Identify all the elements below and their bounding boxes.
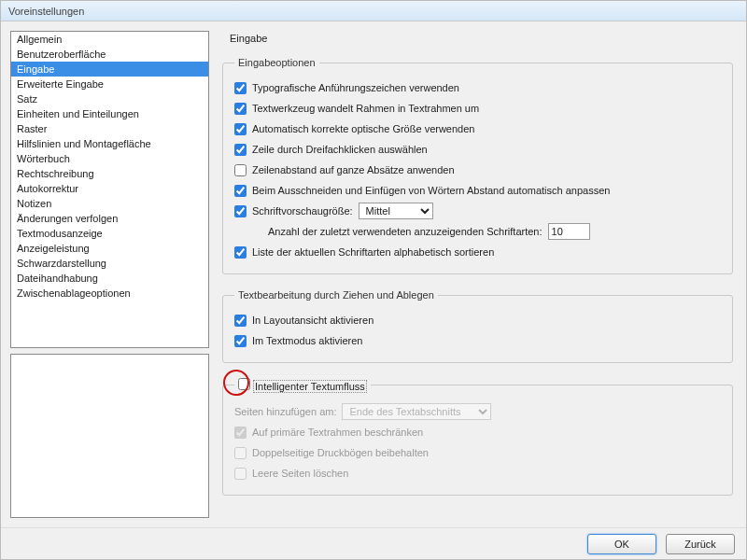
sidebar-item[interactable]: Änderungen verfolgen bbox=[11, 211, 208, 226]
preferences-window: Voreinstellungen AllgemeinBenutzeroberfl… bbox=[0, 0, 747, 560]
group-dragdrop: Textbearbeitung durch Ziehen und Ablegen… bbox=[222, 289, 733, 363]
sidebar-item[interactable]: Anzeigeleistung bbox=[11, 241, 208, 256]
sidebar: AllgemeinBenutzeroberflächeEingabeErweit… bbox=[10, 31, 209, 518]
checkbox-optical[interactable] bbox=[234, 123, 247, 135]
label-addpages: Seiten hinzufügen am: bbox=[234, 406, 336, 417]
checkbox-sortfonts[interactable] bbox=[234, 246, 247, 259]
page-title: Eingabe bbox=[230, 33, 733, 44]
back-button[interactable]: Zurück bbox=[666, 534, 735, 554]
checkbox-deleteempty bbox=[234, 468, 247, 480]
sidebar-item[interactable]: Raster bbox=[11, 121, 208, 136]
label-dd-textmode: Im Textmodus aktivieren bbox=[252, 335, 362, 346]
sidebar-item[interactable]: Wörterbuch bbox=[11, 151, 208, 166]
category-list[interactable]: AllgemeinBenutzeroberflächeEingabeErweit… bbox=[10, 31, 209, 348]
label-dd-layout: In Layoutansicht aktivieren bbox=[252, 315, 374, 326]
sidebar-item[interactable]: Notizen bbox=[11, 196, 208, 211]
window-body: AllgemeinBenutzeroberflächeEingabeErweit… bbox=[1, 21, 746, 527]
group-type-options-legend: Eingabeoptionen bbox=[234, 57, 319, 68]
sidebar-item[interactable]: Satz bbox=[11, 91, 208, 106]
select-addpages: Ende des Textabschnitts bbox=[342, 403, 491, 420]
ok-button[interactable]: OK bbox=[587, 534, 656, 554]
window-title: Voreinstellungen bbox=[8, 6, 84, 17]
label-optical: Automatisch korrekte optische Größe verw… bbox=[252, 123, 474, 134]
label-sortfonts: Liste der aktuellen Schriftarten alphabe… bbox=[252, 246, 494, 258]
input-recentfonts[interactable] bbox=[548, 223, 590, 240]
checkbox-leading[interactable] bbox=[234, 164, 247, 176]
sidebar-item[interactable]: Allgemein bbox=[11, 32, 208, 47]
label-recentfonts: Anzahl der zuletzt verwendeten anzuzeige… bbox=[268, 226, 543, 237]
sidebar-item[interactable]: Hilfslinien und Montagefläche bbox=[11, 136, 208, 151]
sidebar-item[interactable]: Zwischenablageoptionen bbox=[11, 286, 208, 301]
checkbox-primary bbox=[234, 427, 247, 439]
label-smartreflow: Intelligenter Textumfluss bbox=[253, 380, 367, 393]
sidebar-item[interactable]: Einheiten und Einteilungen bbox=[11, 106, 208, 121]
sidebar-item[interactable]: Autokorrektur bbox=[11, 181, 208, 196]
label-spreads: Doppelseitige Druckbögen beibehalten bbox=[252, 447, 429, 458]
checkbox-cutpaste[interactable] bbox=[234, 185, 247, 197]
sidebar-item[interactable]: Eingabe bbox=[11, 62, 208, 77]
checkbox-texttool[interactable] bbox=[234, 103, 247, 115]
sidebar-item[interactable]: Schwarzdarstellung bbox=[11, 256, 208, 271]
titlebar: Voreinstellungen bbox=[1, 1, 746, 21]
label-typographic: Typografische Anführungszeichen verwende… bbox=[252, 82, 459, 93]
label-tripleclick: Zeile durch Dreifachklicken auswählen bbox=[252, 144, 428, 155]
footer: OK Zurück bbox=[1, 527, 746, 559]
group-dragdrop-legend: Textbearbeitung durch Ziehen und Ablegen bbox=[234, 289, 438, 301]
group-type-options: Eingabeoptionen Typografische Anführungs… bbox=[222, 57, 733, 274]
main-panel: Eingabe Eingabeoptionen Typografische An… bbox=[218, 31, 737, 518]
checkbox-smartreflow[interactable] bbox=[238, 378, 250, 390]
group-smartreflow-legend: Intelligenter Textumfluss bbox=[234, 378, 371, 392]
select-previewsize[interactable]: Mittel bbox=[359, 203, 433, 219]
checkbox-dd-layout[interactable] bbox=[234, 315, 247, 327]
label-cutpaste: Beim Ausschneiden und Einfügen von Wörte… bbox=[252, 185, 610, 196]
label-deleteempty: Leere Seiten löschen bbox=[252, 468, 348, 479]
sidebar-preview bbox=[10, 354, 209, 518]
checkbox-spreads bbox=[234, 447, 247, 459]
label-texttool: Textwerkzeug wandelt Rahmen in Textrahme… bbox=[252, 103, 479, 114]
label-leading: Zeilenabstand auf ganze Absätze anwenden bbox=[252, 164, 455, 175]
sidebar-item[interactable]: Dateihandhabung bbox=[11, 271, 208, 286]
checkbox-typographic[interactable] bbox=[234, 82, 247, 94]
sidebar-item[interactable]: Benutzeroberfläche bbox=[11, 47, 208, 62]
label-primary: Auf primäre Textrahmen beschränken bbox=[252, 427, 423, 438]
checkbox-tripleclick[interactable] bbox=[234, 144, 247, 156]
sidebar-item[interactable]: Textmodusanzeige bbox=[11, 226, 208, 241]
sidebar-item[interactable]: Erweiterte Eingabe bbox=[11, 77, 208, 91]
group-smartreflow: Intelligenter Textumfluss Seiten hinzufü… bbox=[222, 378, 733, 496]
checkbox-previewsize[interactable] bbox=[234, 205, 247, 217]
sidebar-item[interactable]: Rechtschreibung bbox=[11, 166, 208, 181]
checkbox-dd-textmode[interactable] bbox=[234, 335, 247, 347]
label-previewsize: Schriftvorschaugröße: bbox=[252, 205, 353, 217]
